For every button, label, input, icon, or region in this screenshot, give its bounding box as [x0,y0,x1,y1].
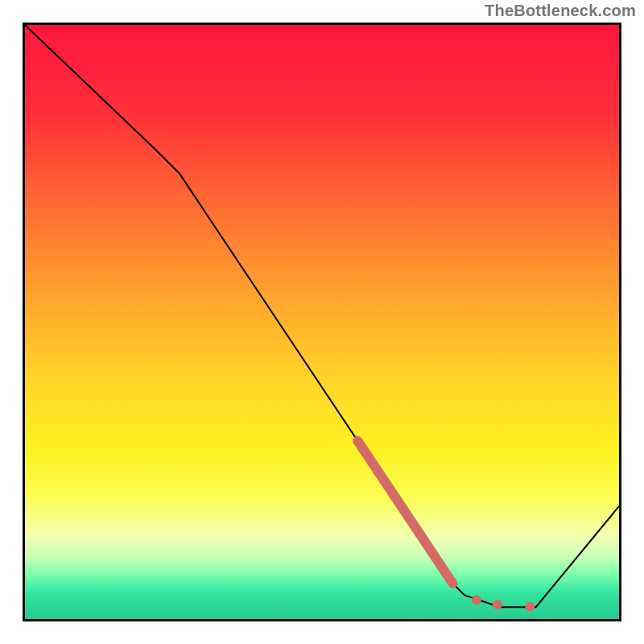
chart-svg [25,25,619,619]
attribution-text: TheBottleneck.com [485,2,636,20]
recommended-dot [525,602,535,612]
chart-plot-area [23,23,621,621]
recommended-dot [493,600,502,609]
chart-background [25,25,619,619]
recommended-dot [472,595,481,605]
